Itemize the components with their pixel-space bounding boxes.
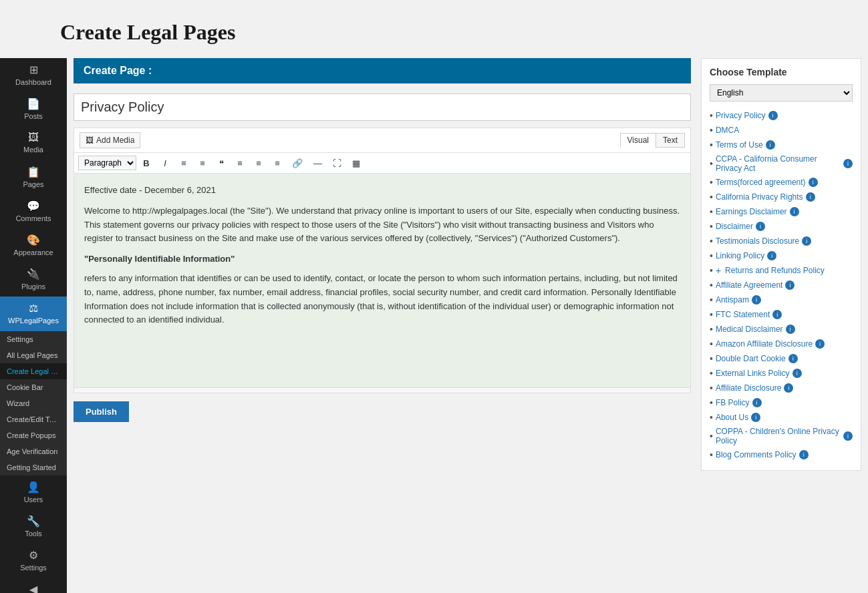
horizontal-rule-button[interactable]: — [309,156,327,170]
align-right-button[interactable]: ≡ [269,156,286,170]
submenu-cookie-bar[interactable]: Cookie Bar [0,379,67,395]
main-content: Create Page : 🖼 Add Media Visual Text [74,58,691,593]
info-icon[interactable]: i [815,339,825,349]
sidebar-item-appearance[interactable]: 🎨 Appearance [0,228,67,262]
submenu-wizard[interactable]: Wizard [0,395,67,411]
fullscreen-button[interactable]: ⛶ [328,156,346,170]
editor-content[interactable]: Effective date - December 6, 2021 Welcom… [74,174,690,387]
create-page-bar: Create Page : [74,58,691,83]
submenu-create-edit-templates[interactable]: Create/Edit Templates [0,411,67,427]
template-item-link[interactable]: Affiliate Disclosure [716,383,781,393]
italic-button[interactable]: I [156,156,174,170]
template-item-link[interactable]: Medical Disclaimer [716,325,783,334]
template-item-link[interactable]: Testimonials Disclosure [716,236,799,246]
sidebar-item-plugins[interactable]: 🔌 Plugins [0,262,67,296]
template-item-link[interactable]: FB Policy [716,398,750,407]
info-icon[interactable]: i [785,280,794,290]
info-icon[interactable]: i [751,413,760,422]
text-tab[interactable]: Text [656,133,685,148]
template-item-link[interactable]: Linking Policy [716,251,764,260]
sidebar-item-settings[interactable]: ⚙ Settings [0,544,67,578]
template-item-link[interactable]: Disclaimer [716,222,753,231]
unordered-list-button[interactable]: ≡ [175,156,192,170]
info-icon[interactable]: i [768,111,778,120]
sidebar-item-pages[interactable]: 📋 Pages [0,160,67,194]
sidebar-item-media[interactable]: 🖼 Media [0,126,67,160]
template-item-link[interactable]: Affiliate Agreement [716,280,783,290]
template-item-link[interactable]: External Links Policy [716,369,790,378]
blockquote-button[interactable]: ❝ [212,156,230,170]
publish-button[interactable]: Publish [74,401,129,422]
submenu-all-legal-pages[interactable]: All Legal Pages [0,347,67,363]
info-icon[interactable]: i [809,178,818,187]
sidebar-item-wplegalpages[interactable]: ⚖ WPLegalPages [0,296,67,331]
template-language-select[interactable]: English Spanish French German [710,84,853,102]
sidebar-submenu: Settings All Legal Pages Create Legal Pa… [0,331,67,475]
align-center-button[interactable]: ≡ [250,156,267,170]
page-title-area: Create Legal Pages [0,0,868,58]
info-icon[interactable]: i [806,192,815,202]
template-item-link[interactable]: Privacy Policy [716,111,766,120]
template-item-link[interactable]: CCPA - California Consumer Privacy Act [716,154,841,173]
template-item-link[interactable]: Earnings Disclaimer [716,207,787,216]
info-icon[interactable]: i [752,295,761,305]
template-item-link[interactable]: Amazon Affiliate Disclosure [716,339,813,349]
template-title: Choose Template [710,67,853,77]
page-title: Create Legal Pages [60,20,868,45]
sidebar-item-dashboard[interactable]: ⊞ Dashboard [0,58,67,92]
info-icon[interactable]: i [756,222,765,231]
submenu-create-popups[interactable]: Create Popups [0,427,67,443]
submenu-age-verification[interactable]: Age Verification [0,443,67,459]
info-icon[interactable]: i [792,369,802,378]
template-item-link[interactable]: DMCA [716,126,739,135]
info-icon[interactable]: i [799,450,809,459]
template-item-link[interactable]: Double Dart Cookie [716,354,786,363]
template-item-link[interactable]: COPPA - Children's Online Privacy Policy [716,427,841,445]
template-item-link[interactable]: Blog Comments Policy [716,450,797,459]
visual-tab[interactable]: Visual [620,133,656,148]
format-select[interactable]: Paragraph [78,156,136,170]
info-icon[interactable]: i [767,251,776,260]
template-item-link[interactable]: California Privacy Rights [716,192,803,202]
sidebar-label-media: Media [23,146,43,154]
sidebar-item-comments[interactable]: 💬 Comments [0,194,67,228]
submenu-create-legal-page[interactable]: Create Legal Page [0,363,67,379]
template-item-link[interactable]: About Us [716,413,748,422]
template-item-link[interactable]: Antispam [716,295,749,305]
sidebar-label-plugins: Plugins [21,282,45,291]
ordered-list-button[interactable]: ≡ [194,156,211,170]
users-icon: 👤 [27,481,40,493]
info-icon[interactable]: i [843,159,853,168]
info-icon[interactable]: i [802,236,811,246]
template-list-item: FTC Statementi [710,307,853,322]
info-icon[interactable]: i [786,325,795,334]
info-icon[interactable]: i [766,140,775,150]
template-item-link[interactable]: FTC Statement [716,310,770,319]
info-icon[interactable]: i [784,383,793,393]
template-list-item: About Usi [710,410,853,425]
editor-resize-handle[interactable] [74,387,690,393]
sidebar-item-users[interactable]: 👤 Users [0,475,67,510]
page-title-input[interactable] [74,93,691,121]
sidebar-label-appearance: Appearance [13,248,53,257]
align-left-button[interactable]: ≡ [231,156,249,170]
info-icon[interactable]: i [790,207,799,216]
info-icon[interactable]: i [752,398,762,407]
template-list-item: COPPA - Children's Online Privacy Policy… [710,425,853,447]
toolbar-toggle-button[interactable]: ▦ [347,156,365,170]
submenu-settings[interactable]: Settings [0,331,67,347]
sidebar-item-collapse[interactable]: ◀ Collapse menu [0,578,67,593]
template-item-link[interactable]: Terms(forced agreement) [716,178,806,187]
add-media-button[interactable]: 🖼 Add Media [80,132,140,148]
sidebar-item-tools[interactable]: 🔧 Tools [0,510,67,544]
template-item-link[interactable]: Terms of Use [716,140,763,150]
info-icon[interactable]: i [788,354,798,363]
submenu-getting-started[interactable]: Getting Started [0,459,67,475]
template-item-link[interactable]: Returns and Refunds Policy [725,266,825,275]
template-list-item: Disclaimeri [710,219,853,234]
info-icon[interactable]: i [843,431,853,441]
link-button[interactable]: 🔗 [287,156,307,170]
info-icon[interactable]: i [772,310,782,319]
sidebar-item-posts[interactable]: 📄 Posts [0,92,67,126]
bold-button[interactable]: B [138,156,155,170]
